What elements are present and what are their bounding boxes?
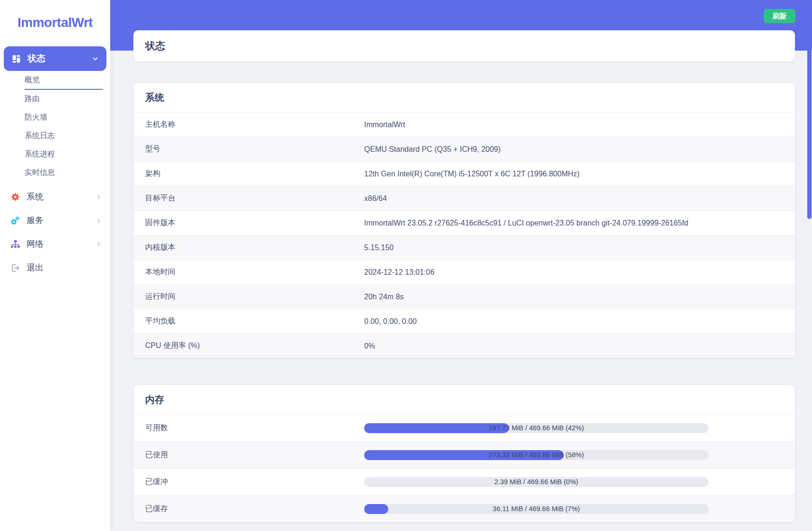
sitemap-icon — [10, 239, 20, 249]
refresh-button[interactable]: 刷新 — [764, 9, 795, 23]
table-row: 固件版本 ImmortalWrt 23.05.2 r27625-416c8c5c… — [133, 210, 795, 235]
memory-free-bar: 197.73 MiB / 469.66 MiB (42%) — [364, 423, 795, 433]
row-label: 已缓冲 — [133, 477, 364, 487]
progress-bar: 36.11 MiB / 469.66 MiB (7%) — [364, 504, 708, 514]
row-value: x86/64 — [364, 194, 795, 203]
table-row: 目标平台 x86/64 — [133, 186, 795, 210]
sidebar-item-realtime[interactable]: 实时信息 — [25, 164, 103, 182]
progress-bar: 2.39 MiB / 469.66 MiB (0%) — [364, 477, 708, 487]
row-label: 运行时间 — [133, 292, 364, 302]
sidebar-nav: 状态 概览 路由 防火墙 系统日志 系统进程 实时信息 — [0, 46, 110, 279]
sidebar-item-syslog[interactable]: 系统日志 — [25, 127, 103, 145]
row-label: 架构 — [133, 169, 364, 179]
row-value: QEMU Standard PC (Q35 + ICH9, 2009) — [364, 145, 795, 154]
sidebar-item-routes[interactable]: 路由 — [25, 90, 103, 108]
row-value: ImmortalWrt — [364, 121, 795, 129]
row-label: 本地时间 — [133, 267, 364, 277]
row-value: 5.15.150 — [364, 244, 795, 252]
row-value: ImmortalWrt 23.05.2 r27625-416c8c5c91 / … — [364, 219, 795, 227]
table-row: CPU 使用率 (%) 0% — [133, 333, 795, 358]
status-submenu: 概览 路由 防火墙 系统日志 系统进程 实时信息 — [25, 71, 103, 182]
row-label: 已缓存 — [133, 504, 364, 514]
row-label: 已使用 — [133, 450, 364, 460]
sidebar-item-label: 网络 — [26, 238, 44, 250]
row-value: 0.00, 0.00, 0.00 — [364, 317, 795, 326]
dashboard-grid-icon — [11, 54, 21, 64]
row-label: 固件版本 — [133, 218, 364, 228]
row-label: 内核版本 — [133, 243, 364, 252]
row-label: CPU 使用率 (%) — [133, 341, 364, 351]
progress-bar-text: 273.33 MiB / 469.66 MiB (58%) — [364, 450, 708, 460]
page-content: 状态 系统 主机名称 ImmortalWrt 型号 QEMU Standard … — [133, 30, 795, 531]
section-title-system: 系统 — [133, 83, 795, 112]
chevron-right-icon — [96, 194, 102, 200]
sidebar-item-processes[interactable]: 系统进程 — [25, 145, 103, 164]
row-label: 型号 — [133, 144, 364, 154]
table-row: 本地时间 2024-12-12 13:01:06 — [133, 260, 795, 284]
table-row: 内核版本 5.15.150 — [133, 235, 795, 260]
progress-bar: 273.33 MiB / 469.66 MiB (58%) — [364, 450, 708, 460]
page-scrollbar[interactable] — [807, 0, 812, 531]
chevron-right-icon — [96, 241, 102, 247]
row-value: 2024-12-12 13:01:06 — [364, 268, 795, 277]
app-logo: ImmortalWrt — [0, 0, 110, 45]
table-row: 已缓冲 2.39 MiB / 469.66 MiB (0%) — [133, 468, 795, 495]
main-area: 刷新 状态 系统 主机名称 ImmortalWrt 型号 QEMU Standa… — [110, 0, 812, 531]
progress-bar-text: 2.39 MiB / 469.66 MiB (0%) — [364, 477, 708, 487]
row-value: 0% — [364, 342, 795, 350]
system-section: 系统 主机名称 ImmortalWrt 型号 QEMU Standard PC … — [133, 83, 795, 358]
sidebar-item-label: 系统 — [26, 191, 44, 202]
memory-used-bar: 273.33 MiB / 469.66 MiB (58%) — [364, 450, 795, 460]
row-value: 12th Gen Intel(R) Core(TM) i5-12500T x 6… — [364, 170, 795, 178]
sidebar-item-network[interactable]: 网络 — [0, 232, 110, 256]
gear-icon — [10, 192, 20, 202]
table-row: 型号 QEMU Standard PC (Q35 + ICH9, 2009) — [133, 137, 795, 161]
row-label: 平均负载 — [133, 316, 364, 326]
gears-icon — [10, 216, 20, 226]
sidebar-item-system[interactable]: 系统 — [0, 185, 110, 209]
sidebar-item-services[interactable]: 服务 — [0, 209, 110, 232]
section-title-memory: 内存 — [133, 385, 795, 414]
chevron-down-icon — [92, 55, 99, 62]
progress-bar: 197.73 MiB / 469.66 MiB (42%) — [364, 423, 708, 433]
table-row: 主机名称 ImmortalWrt — [133, 112, 795, 137]
chevron-right-icon — [96, 218, 102, 224]
memory-section: 内存 可用数 197.73 MiB / 469.66 MiB (42%) 已使用… — [133, 385, 795, 522]
sidebar-item-overview[interactable]: 概览 — [25, 71, 103, 90]
table-row: 已缓存 36.11 MiB / 469.66 MiB (7%) — [133, 495, 795, 522]
memory-cached-bar: 36.11 MiB / 469.66 MiB (7%) — [364, 504, 795, 514]
table-row: 运行时间 20h 24m 8s — [133, 284, 795, 309]
row-value: 20h 24m 8s — [364, 293, 795, 301]
sidebar: ImmortalWrt 状态 概览 路由 防火墙 系统日志 系统进程 实时信息 — [0, 0, 110, 531]
table-row: 可用数 197.73 MiB / 469.66 MiB (42%) — [133, 414, 795, 441]
table-row: 平均负载 0.00, 0.00, 0.00 — [133, 309, 795, 333]
sidebar-item-logout[interactable]: 退出 — [0, 256, 110, 279]
logout-icon — [10, 263, 20, 273]
sidebar-item-status[interactable]: 状态 — [4, 46, 106, 71]
page-title: 状态 — [133, 30, 795, 61]
table-row: 架构 12th Gen Intel(R) Core(TM) i5-12500T … — [133, 161, 795, 186]
row-label: 目标平台 — [133, 193, 364, 203]
scrollbar-thumb[interactable] — [807, 40, 812, 219]
row-label: 主机名称 — [133, 120, 364, 130]
sidebar-item-label: 退出 — [26, 262, 44, 273]
sidebar-item-firewall[interactable]: 防火墙 — [25, 108, 103, 127]
progress-bar-text: 197.73 MiB / 469.66 MiB (42%) — [364, 423, 708, 433]
memory-buffered-bar: 2.39 MiB / 469.66 MiB (0%) — [364, 477, 795, 487]
row-label: 可用数 — [133, 423, 364, 433]
progress-bar-text: 36.11 MiB / 469.66 MiB (7%) — [364, 504, 708, 514]
sidebar-item-label: 服务 — [26, 215, 44, 226]
table-row: 已使用 273.33 MiB / 469.66 MiB (58%) — [133, 441, 795, 468]
sidebar-item-label: 状态 — [27, 52, 45, 65]
